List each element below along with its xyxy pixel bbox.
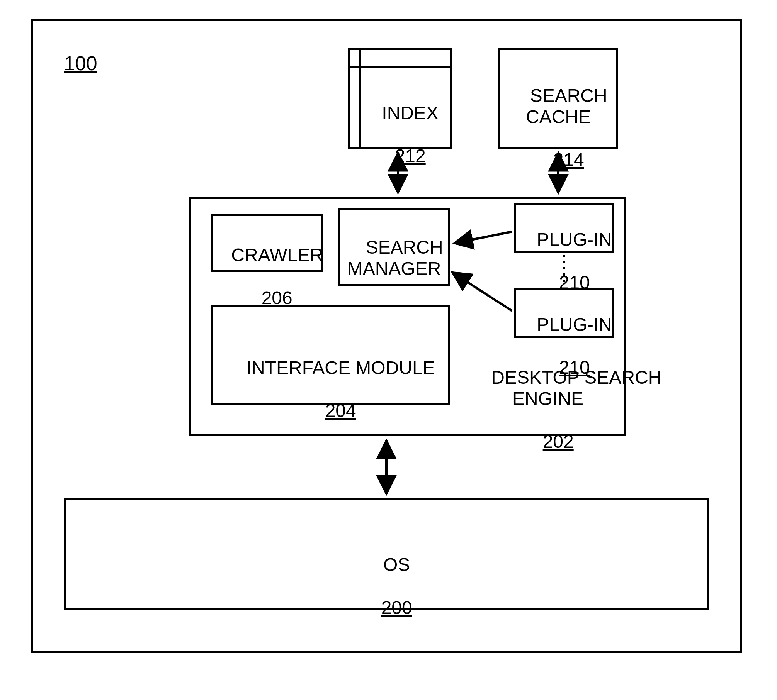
engine-label: DESKTOP SEARCH ENGINE 202: [471, 346, 625, 473]
index-label: INDEX 212: [348, 81, 452, 188]
os-label: OS 200: [64, 533, 709, 639]
interface-ref: 204: [325, 400, 356, 421]
search-cache-ref: 214: [553, 149, 584, 170]
search-cache-label-text: SEARCH CACHE: [526, 85, 607, 127]
engine-ref: 202: [543, 431, 574, 452]
outer-ref: 100: [64, 52, 97, 75]
plugin-a-label-text: PLUG-IN: [537, 229, 612, 250]
search-cache-label: SEARCH CACHE 214: [498, 64, 618, 192]
interface-label: INTERFACE MODULE 204: [211, 336, 450, 442]
os-ref: 200: [381, 597, 412, 618]
search-manager-label-text: SEARCH MANAGER: [347, 237, 443, 279]
index-header-band: [350, 50, 450, 68]
interface-label-text: INTERFACE MODULE: [247, 358, 435, 378]
crawler-label-text: CRAWLER: [231, 245, 323, 265]
plugin-b-label-text: PLUG-IN: [537, 314, 612, 335]
index-label-text: INDEX: [382, 103, 439, 123]
diagram-canvas: 100 INDEX 212 SEARCH CACHE 214 CRAWLER 2…: [0, 0, 777, 700]
index-ref: 212: [395, 146, 426, 166]
os-label-text: OS: [383, 554, 410, 575]
